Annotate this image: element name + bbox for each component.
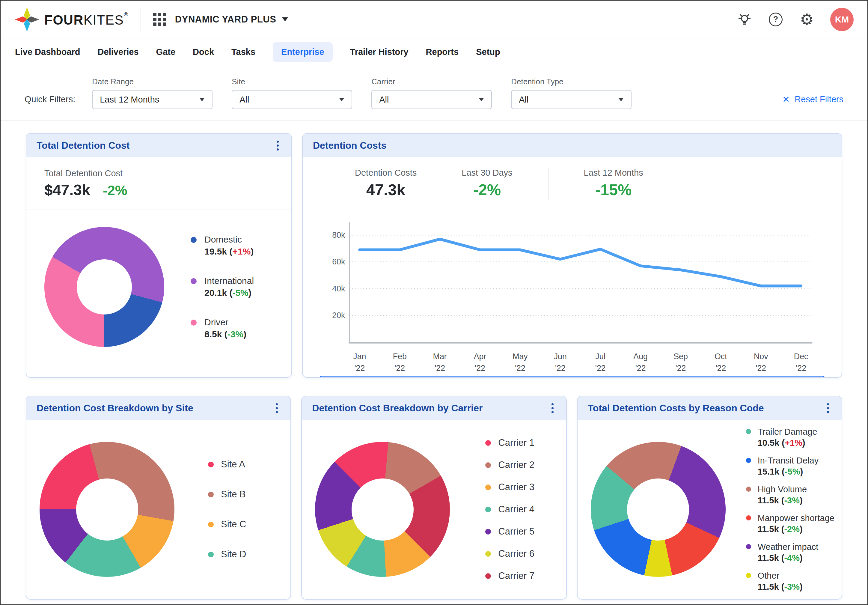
user-avatar[interactable]: KM [830, 8, 854, 31]
stat-value: 47.3k [355, 181, 417, 199]
chevron-down-icon [479, 98, 484, 101]
legend-dot [191, 278, 197, 284]
stat-value: -15% [584, 181, 643, 199]
reason-legend: Trailer Damage 10.5k +1% In-Transit Dela… [746, 427, 834, 592]
svg-text:Jun'22: Jun'22 [554, 352, 567, 373]
nav-deliveries[interactable]: Deliveries [98, 47, 139, 57]
kebab-menu-icon[interactable] [549, 401, 556, 416]
nav-trailer-history[interactable]: Trailer History [350, 47, 409, 57]
legend-label: Site A [221, 459, 245, 470]
stat-detention-costs: Detention Costs 47.3k [355, 168, 417, 199]
legend-label: Carrier 1 [498, 437, 535, 448]
legend-item-manpower-shortage: Manpower shortage 11.5k -2% [746, 513, 834, 534]
svg-text:20k: 20k [332, 311, 345, 320]
filter-detention-type: Detention Type All [511, 77, 631, 109]
legend-item-carrier-1: Carrier 1 [485, 437, 535, 448]
legend-dot [746, 429, 751, 434]
kebab-menu-icon[interactable] [273, 401, 280, 416]
card-header: Detention Cost Breakdown by Site [26, 396, 290, 420]
filter-site-label: Site [232, 77, 352, 86]
legend-label: Carrier 6 [498, 548, 535, 559]
card-body: Site A Site B Site C Site D [26, 420, 290, 599]
legend-dot [746, 573, 751, 578]
legend-dot [191, 320, 197, 326]
chevron-down-icon [618, 98, 624, 101]
app-name-dropdown[interactable]: DYNAMIC YARD PLUS [175, 14, 288, 25]
reason-donut-chart [591, 442, 725, 577]
date-range-select[interactable]: Last 12 Months [92, 90, 212, 109]
card-header: Total Detention Cost [26, 134, 291, 157]
legend-dot [485, 440, 491, 446]
card-title: Detention Cost Breakdown by Site [37, 403, 193, 414]
legend-item-high-volume: High Volume 11.5k -3% [746, 484, 834, 506]
legend-value: 20.1k -5% [205, 288, 254, 298]
dashboard-content: Total Detention Cost Total Detention Cos… [1, 121, 867, 604]
legend-label: Site B [221, 489, 246, 500]
divider [26, 209, 291, 210]
stat-value: -2% [462, 181, 512, 199]
svg-text:May'22: May'22 [513, 352, 528, 373]
legend-item-trailer-damage: Trailer Damage 10.5k +1% [746, 427, 834, 448]
view-details-button[interactable]: View Details in Dynamic Yard Plus [319, 375, 825, 378]
legend-item-carrier-6: Carrier 6 [485, 548, 535, 559]
svg-text:Mar'22: Mar'22 [433, 352, 447, 373]
legend-item-carrier-5: Carrier 5 [485, 526, 535, 537]
chevron-down-icon [199, 98, 205, 101]
nav-enterprise[interactable]: Enterprise [273, 42, 332, 62]
detention-costs-card: Detention Costs Detention Costs 47.3k La… [302, 133, 842, 378]
site-select[interactable]: All [232, 90, 352, 109]
legend-item-carrier-2: Carrier 2 [485, 459, 535, 470]
legend-label: Carrier 5 [498, 526, 535, 537]
legend-label: Driver [205, 317, 246, 327]
insights-lightbulb-icon[interactable] [737, 12, 752, 27]
nav-live-dashboard[interactable]: Live Dashboard [15, 47, 80, 57]
kebab-menu-icon[interactable] [825, 401, 831, 416]
app-switcher-grid-icon[interactable] [153, 13, 166, 26]
legend-dot [191, 237, 197, 243]
total-cost-value: $47.3k [44, 182, 90, 199]
legend-dot [485, 484, 491, 490]
legend-dot [208, 522, 214, 527]
app-name-label: DYNAMIC YARD PLUS [175, 14, 276, 25]
card-title: Detention Cost Breakdown by Carrier [312, 403, 482, 414]
legend-label: Weather impact [758, 542, 818, 552]
nav-tasks[interactable]: Tasks [231, 47, 255, 57]
nav-setup[interactable]: Setup [476, 47, 500, 57]
legend-item-weather-impact: Weather impact 11.5k -4% [746, 542, 834, 563]
legend-label: Carrier 3 [498, 482, 535, 493]
donut-legend: Domestic 19.5k +1% International 20.1k -… [191, 234, 254, 340]
fourkites-logo[interactable]: FOURKITES® [14, 7, 129, 32]
line-chart-wrap: 80k60k40k20kJan'22Feb'22Mar'22Apr'22May'… [319, 207, 825, 373]
legend-value: 11.5k -3% [758, 496, 807, 506]
svg-text:Jul'22: Jul'22 [595, 352, 606, 373]
quick-filters-label: Quick Filters: [25, 95, 75, 104]
card-header: Total Detention Costs by Reason Code [578, 396, 842, 420]
nav-reports[interactable]: Reports [426, 47, 459, 57]
legend-item-site-b: Site B [208, 489, 246, 500]
filter-detention-type-label: Detention Type [511, 77, 631, 86]
card-title: Detention Costs [313, 140, 386, 151]
detention-type-select[interactable]: All [511, 90, 631, 109]
settings-gear-icon[interactable]: ⚙ [799, 12, 815, 27]
help-question-glyph: ? [773, 15, 778, 24]
legend-dot [485, 507, 491, 512]
date-range-value: Last 12 Months [100, 95, 159, 105]
legend-value: 11.5k -3% [758, 582, 803, 592]
legend-label: International [205, 276, 254, 286]
legend-dot [746, 458, 751, 463]
carrier-select[interactable]: All [371, 90, 492, 109]
legend-item-driver: Driver 8.5k -3% [191, 317, 254, 340]
nav-dock[interactable]: Dock [193, 47, 214, 57]
legend-item-carrier-7: Carrier 7 [485, 571, 535, 581]
help-icon[interactable]: ? [768, 12, 783, 27]
card-header: Detention Costs [303, 134, 842, 157]
reset-filters-button[interactable]: ✕ Reset Filters [782, 94, 843, 105]
nav-gate[interactable]: Gate [156, 47, 175, 57]
card-title: Total Detention Cost [37, 140, 130, 151]
stat-last-12-months: Last 12 Months -15% [584, 168, 643, 199]
svg-text:Dec'22: Dec'22 [794, 352, 808, 373]
kebab-menu-icon[interactable] [274, 138, 281, 153]
stat-label: Detention Costs [355, 168, 417, 178]
card-title: Total Detention Costs by Reason Code [588, 403, 764, 414]
carrier-value: All [379, 95, 389, 105]
